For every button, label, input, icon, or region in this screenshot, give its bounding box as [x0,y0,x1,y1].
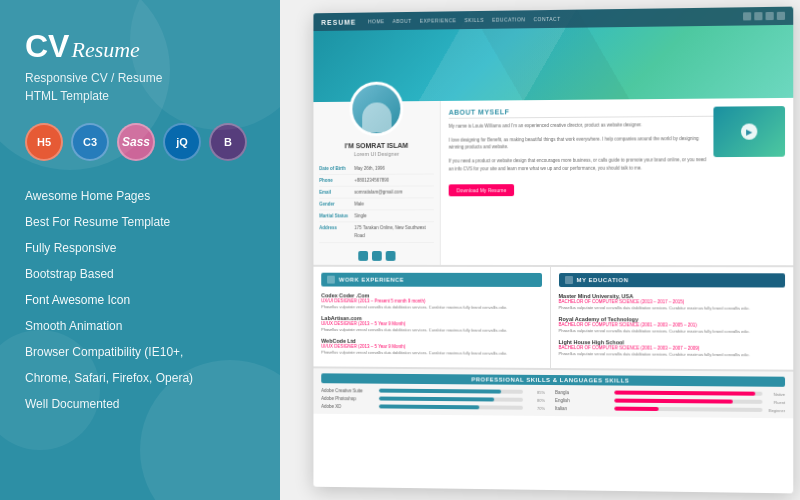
phone-row: Phone +8801234567890 [319,175,434,187]
skill-row: English Fluent [555,398,785,405]
edu-item: Master Mind University, USA BACHELOR OF … [558,293,785,312]
gender-value: Male [354,200,364,208]
nav-social-icon [743,12,751,20]
skill-name: Adobe Creative Suite [321,388,375,393]
feature-item: Best For Resume Template [25,209,255,235]
play-button[interactable]: ▶ [741,123,757,139]
skill-name: Adobe Photoshop [321,396,375,401]
skills-header: PROFESSIONAL SKILLS & LANGUAGES SKILLS [321,373,785,387]
job-item: WebCode Ltd UI/UX DESIGNER (2013 – 5 Yea… [321,337,541,356]
work-title: WORK EXPERIENCE [339,276,404,282]
avatar-silhouette [362,102,391,132]
skills-section: PROFESSIONAL SKILLS & LANGUAGES SKILLS A… [313,366,793,418]
logo-cv: CV [25,30,69,62]
job-desc: Phasellus vulputate veroal convallis dui… [321,327,541,334]
profile-title: Lorem UI Designer [313,151,439,158]
status-value: Single [354,212,366,220]
edu-item: Royal Academy of Technology BACHELOR OF … [558,316,785,335]
social-icons-row [313,251,439,265]
phone-label: Phone [319,176,350,184]
skill-bar-bg [614,391,762,396]
right-panel: RESUME HOME ABOUT EXPERIENCE SKILLS EDUC… [280,0,800,500]
skill-bar-fill [614,407,658,411]
skill-bar-fill [379,405,480,410]
skill-name: Bangla [555,390,610,395]
work-header: WORK EXPERIENCE [321,272,541,286]
nav-contact[interactable]: CONTACT [533,16,560,22]
feature-item: Bootstrap Based [25,261,255,287]
about-section: ▶ ABOUT MYSELF My name is Louis Williams… [441,98,793,265]
feature-item: Awesome Home Pages [25,183,255,209]
skill-pct: Beginner [767,408,785,413]
nav-links: HOME ABOUT EXPERIENCE SKILLS EDUCATION C… [368,13,743,24]
social-fb[interactable] [358,251,368,261]
edu-header: MY EDUCATION [558,273,785,287]
address-label: Address [319,224,350,240]
sass-icon: Sass [117,123,155,161]
skill-bar-fill [614,391,755,396]
skills-grid: Adobe Creative Suite 85% Bangla Native [321,388,785,413]
skill-bar-fill [379,389,501,394]
top-content: I'M SOMRAT ISLAM Lorem UI Designer Date … [313,98,793,265]
skill-name: English [555,398,610,403]
dob-label: Date of Birth [319,165,350,173]
video-thumbnail[interactable]: ▶ [713,106,785,157]
skill-bar-bg [614,399,762,404]
profile-details: Date of Birth May 26th, 1996 Phone +8801… [313,163,439,243]
edu-title: MY EDUCATION [577,277,629,283]
edu-desc: Phasellus vulputate veroal convallis dui… [558,305,785,312]
gender-row: Gender Male [319,199,434,211]
left-panel: CV Resume Responsive CV / Resume HTML Te… [0,0,280,500]
social-li[interactable] [385,251,395,261]
skill-row: Adobe Creative Suite 85% [321,388,545,395]
nav-education[interactable]: EDUCATION [492,16,525,22]
skill-bar-bg [379,405,523,410]
content-area: I'M SOMRAT ISLAM Lorem UI Designer Date … [313,98,793,494]
edu-icon [565,276,573,284]
nav-home[interactable]: HOME [368,18,385,24]
job-period: UX/UI DESIGNER (2013 – Present 5 month 9… [321,298,541,304]
subtitle-line2: HTML Template [25,89,109,103]
job-period: UI/UX DESIGNER (2013 – 5 Year 9 Month) [321,321,541,327]
edu-item: Light House High School BACHELOR OF COMP… [558,339,785,358]
work-edu-section: WORK EXPERIENCE Codex Coder .Com UX/UI D… [313,264,793,369]
skill-row: Bangla Native [555,390,785,397]
nav-social-icon [766,12,774,20]
address-row: Address 175 Tarakan Online, New Southwes… [319,223,434,243]
address-value: 175 Tarakan Online, New Southwest Road [354,224,433,240]
nav-brand: RESUME [321,18,356,25]
skill-name: Adobe XD [321,404,375,409]
status-row: Martial Status Single [319,211,434,223]
social-tw[interactable] [371,251,381,261]
feature-item: Fully Responsive [25,235,255,261]
skill-pct: 80% [527,397,545,402]
skill-row: Adobe XD 70% [321,404,545,411]
nav-experience[interactable]: EXPERIENCE [420,17,457,23]
dob-value: May 26th, 1996 [354,164,384,172]
job-desc: Phasellus vulputate veroal convallis dui… [321,349,541,356]
css3-icon: C3 [71,123,109,161]
nav-about[interactable]: ABOUT [393,18,412,24]
skill-row: Adobe Photoshop 80% [321,396,545,403]
edu-desc: Phasellus vulputate veroal convallis dui… [558,351,785,358]
skill-name: Italian [555,406,610,412]
skill-pct: 85% [527,389,545,394]
skill-pct: Native [767,391,785,396]
profile-name: I'M SOMRAT ISLAM [313,142,439,150]
skill-row: Italian Beginner [555,406,785,413]
edu-desc: Phasellus vulputate veroal convallis dui… [558,328,785,335]
work-icon [327,275,335,283]
download-button[interactable]: Download My Resume [449,184,515,196]
jquery-icon: jQ [163,123,201,161]
skill-bar-fill [614,399,732,404]
nav-skills[interactable]: SKILLS [464,17,484,23]
skill-bar-bg [614,407,762,412]
avatar [349,81,403,136]
status-label: Martial Status [319,212,350,220]
job-item: Codex Coder .Com UX/UI DESIGNER (2013 – … [321,292,541,311]
job-item: LabArtisan.com UI/UX DESIGNER (2013 – 5 … [321,315,541,334]
edu-degree: BACHELOR OF COMPUTER SCIENCE (2013 – 201… [558,299,785,305]
skill-bar-bg [379,397,523,402]
about-text-3: If you need a product or website design … [449,156,785,173]
email-label: Email [319,188,350,196]
